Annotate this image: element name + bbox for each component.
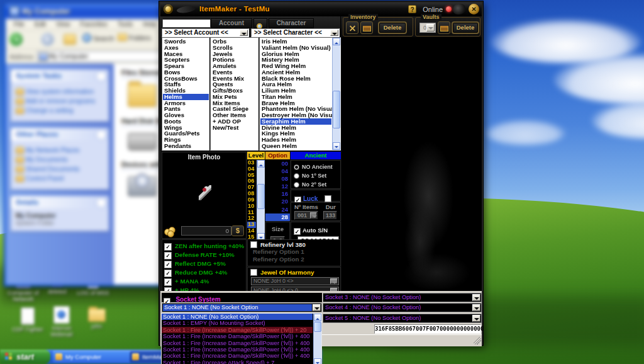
panel-header[interactable]: Other Places [11, 128, 109, 140]
scroll-up-icon[interactable] [257, 160, 265, 168]
chevron-down-icon[interactable] [472, 294, 480, 301]
level-list[interactable]: 03040506070809101112131415 [247, 160, 265, 241]
item-list[interactable]: Iris HelmValiant Helm (No Visual)Glorius… [259, 37, 341, 151]
scroll-up-icon[interactable] [314, 314, 321, 321]
folders-button[interactable]: Folders [118, 33, 151, 42]
sidebar-link[interactable]: Change a setting [16, 107, 105, 114]
ancient-option[interactable]: No 2º Set [294, 180, 340, 189]
inventory-delete-button[interactable]: Delete [378, 21, 407, 34]
socket-option[interactable]: Socket 1 : Fire (Increase Damage/SkillPo… [162, 327, 313, 333]
sidebar-link[interactable]: Control Panel [16, 175, 105, 182]
panel-header[interactable]: System Tasks [11, 69, 109, 82]
ancient-option[interactable]: No 1º Set [294, 171, 340, 180]
option-list[interactable]: 0004081216202428 [265, 160, 290, 221]
tab-character[interactable]: Character [269, 18, 314, 28]
menu-item[interactable]: Edit [30, 19, 50, 30]
excellent-option[interactable]: Reflect DMG +5% [164, 259, 246, 268]
option-value[interactable]: 04 [265, 168, 290, 175]
auto-sn-checkbox[interactable] [294, 228, 301, 235]
select-character-dropdown[interactable]: >> Select Character << [251, 28, 340, 37]
category-list[interactable]: SwordsAxesMacesSceptersSpearsBowsCrossBo… [162, 37, 209, 151]
socket-option[interactable]: Socket 1 : Fire (Increase Attack Speed) … [162, 360, 313, 364]
socket-4-dropdown[interactable]: Socket 4 : NONE (No Socket Option) [323, 303, 482, 312]
option-value[interactable]: 16 [265, 190, 290, 198]
option-value[interactable]: 12 [265, 183, 290, 190]
socket-option[interactable]: Socket 1 : Fire (Increase Damage/SkillPo… [162, 346, 313, 353]
scroll-thumb[interactable] [257, 184, 265, 209]
category-item[interactable]: New/Test [211, 125, 258, 131]
refinery-checkbox[interactable] [250, 241, 257, 248]
durability-field[interactable]: 133 [323, 211, 337, 220]
socket-1-dropdown[interactable]: Socket 1 : NONE (No Socket Option [162, 303, 322, 312]
sidebar-link[interactable]: My Documents [16, 156, 105, 163]
chevron-down-icon[interactable] [240, 30, 248, 36]
search-button[interactable]: Search [82, 33, 114, 42]
chevron-down-icon[interactable] [472, 304, 480, 311]
scroll-thumb[interactable] [333, 91, 340, 128]
chevron-down-icon[interactable] [313, 304, 321, 311]
vault-chest-button[interactable] [438, 21, 450, 34]
radio-icon[interactable] [294, 173, 299, 179]
sidebar-link[interactable]: My Network Places [16, 147, 105, 154]
close-button[interactable]: ✕ [469, 4, 479, 14]
chevron-down-icon[interactable] [472, 315, 480, 322]
excellent-options-panel[interactable]: ZEN after hunting +40%Defense RATE +10%R… [162, 239, 247, 293]
scroll-up-icon[interactable] [333, 38, 340, 45]
level-scrollbar[interactable] [257, 160, 265, 241]
radio-icon[interactable] [294, 182, 299, 188]
option-value[interactable]: 28 [265, 213, 290, 221]
excellent-option[interactable]: Reduce DMG +4% [164, 268, 246, 277]
option-value[interactable]: 00 [265, 160, 290, 168]
vault-delete-button[interactable]: Delete [452, 21, 479, 34]
menu-item[interactable]: View [52, 19, 75, 30]
help-button[interactable]: ? [408, 5, 416, 13]
socket-option[interactable]: Socket 1 : Fire (Increase Damage/SkillPo… [162, 353, 313, 359]
vault-select[interactable]: 0 [419, 23, 436, 33]
scroll-thumb[interactable] [314, 322, 321, 332]
radio-icon[interactable] [294, 164, 299, 170]
excellent-option[interactable]: Defense RATE +10% [164, 251, 246, 259]
sidebar-link[interactable]: View system information [16, 88, 105, 95]
search-button[interactable] [253, 18, 267, 28]
droplist-scrollbar[interactable] [313, 314, 321, 364]
excellent-option[interactable]: + MANA 4% [164, 277, 246, 286]
item-list-scrollbar[interactable] [332, 38, 340, 150]
harmony-select-1[interactable]: NONE JoH 0 <> [251, 277, 339, 285]
socket-3-dropdown[interactable]: Socket 3 : NONE (No Socket Option) [323, 293, 482, 302]
menu-item[interactable]: Help [138, 19, 161, 30]
start-button[interactable]: start [0, 350, 50, 364]
socket-option[interactable]: Socket 1 : Fire (Increase Damage/SkillPo… [162, 333, 313, 339]
scroll-down-icon[interactable] [314, 358, 321, 364]
menu-item[interactable]: Favorites [76, 19, 112, 30]
option-value[interactable]: 24 [265, 206, 290, 213]
sidebar-link[interactable]: Shared Documents [16, 166, 105, 173]
resize-grip[interactable] [474, 337, 481, 344]
harmony-checkbox[interactable] [250, 269, 257, 276]
option-value[interactable]: 08 [265, 175, 290, 183]
option-value[interactable]: 20 [265, 198, 290, 205]
panel-header[interactable]: Details [11, 196, 109, 208]
tab-account[interactable]: Account [211, 18, 252, 28]
up-folder-button[interactable] [64, 34, 76, 45]
skill-checkbox[interactable] [325, 195, 331, 202]
item-entry[interactable]: Queen Helm [260, 143, 331, 149]
account-search-input[interactable] [162, 19, 211, 28]
desktop-icon[interactable]: john [77, 309, 117, 329]
socket-option[interactable]: Socket 1 : Fire (Increase Damage/SkillPo… [162, 340, 313, 346]
back-button[interactable] [9, 33, 23, 46]
sidebar-link[interactable]: Add or remove programs [16, 98, 105, 105]
forward-button[interactable] [41, 33, 54, 46]
socket-option[interactable]: Socket 1 : NONE (No Socket Option) [162, 314, 313, 320]
zen-amount-field[interactable]: 0 [181, 226, 231, 236]
zen-button[interactable]: $ [231, 225, 244, 236]
desktop-icon[interactable]: Internet Webmail [42, 306, 82, 338]
misc-category-list[interactable]: OrbsScrollsJewelsPotionsAmuletsEventsEve… [210, 37, 258, 151]
menu-item[interactable]: File [9, 19, 29, 30]
n-items-select[interactable]: 001 [294, 211, 318, 220]
inventory-chest-button[interactable] [360, 21, 373, 34]
excellent-option[interactable]: ZEN after hunting +40% [164, 242, 246, 251]
scroll-down-icon[interactable] [333, 142, 340, 150]
socket-option[interactable]: Socket 1 : EMPY (No Mounting Socket) [162, 320, 313, 326]
ancient-option[interactable]: NO Ancient [294, 162, 340, 171]
socket-option-droplist[interactable]: Socket 1 : NONE (No Socket Option)Socket… [161, 313, 322, 364]
